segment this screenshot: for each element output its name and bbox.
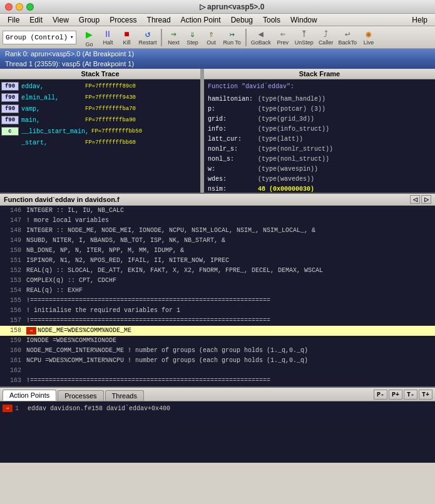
table-row: f90 eddav, FP=7fffffff89c0: [0, 81, 200, 92]
code-line-149: 149 NSUBD, NITER, I, NBANDS, NB_TOT, ISP…: [0, 236, 435, 246]
table-row: f90 elmin_all, FP=7fffffff9430: [0, 92, 200, 103]
code-line-155: 155 !===================================…: [0, 296, 435, 306]
tab-threads[interactable]: Threads: [105, 390, 144, 401]
menu-process[interactable]: Process: [105, 15, 141, 25]
code-line-158-current: 158 ⇒ NODE_ME=WDES%COMM%NODE_ME: [0, 326, 435, 336]
goback-icon: ◀: [258, 29, 264, 39]
out-icon: ⇑: [208, 29, 213, 39]
language-badge: f90: [1, 116, 19, 124]
code-line-148: 148 INTEGER :: NODE_ME, NODE_MEI, IONODE…: [0, 226, 435, 236]
toolbar: Group (Control) ▾ ▶ Go ⏸ Halt ■ Kill ↺ R…: [0, 26, 435, 49]
tab-action-points[interactable]: Action Points: [3, 390, 56, 401]
language-badge: [1, 138, 19, 147]
function-name: main,: [20, 117, 83, 124]
stack-frame-panel: Stack Frame Function "david`eddav": hami…: [204, 69, 435, 193]
frame-pointer: FP=7fffffff9430: [83, 94, 136, 101]
menu-window[interactable]: Window: [285, 15, 322, 25]
go-icon: ▶: [86, 28, 93, 41]
backto-button[interactable]: ↩ BackTo: [336, 28, 359, 46]
menu-file[interactable]: File: [3, 15, 24, 25]
chevron-down-icon: ▾: [70, 34, 73, 41]
menu-view[interactable]: View: [48, 15, 74, 25]
live-button[interactable]: ◉ Live: [360, 28, 377, 46]
table-row: c __libc_start_main, FP=7fffffffbb50: [0, 126, 200, 137]
kill-button[interactable]: ■ Kill: [118, 29, 135, 46]
list-item: ⇒ 1 eddav davidson.f#158 david`eddav+0x4…: [3, 403, 432, 414]
code-content[interactable]: 146 INTEGER :: IL, IU, NB_CALC 147 ! mor…: [0, 206, 435, 386]
sf-row-wdes: wdes: (type(wavedes)): [208, 174, 431, 184]
language-badge: f90: [1, 93, 19, 102]
minimize-button[interactable]: [16, 3, 23, 11]
frame-pointer: FP=7fffffffba90: [83, 117, 136, 123]
action-points-content[interactable]: ⇒ 1 eddav davidson.f#158 david`eddav+0x4…: [0, 401, 435, 463]
unstep-icon: ⤒: [300, 29, 308, 39]
stack-trace-content[interactable]: f90 eddav, FP=7fffffff89c0 f90 elmin_all…: [0, 79, 200, 193]
restart-icon: ↺: [145, 29, 150, 39]
run-to-button[interactable]: ↣ Run To: [221, 28, 242, 46]
scroll-left-button[interactable]: ◁: [410, 195, 420, 204]
go-button[interactable]: ▶ Go: [80, 27, 98, 48]
code-line-162: 162: [0, 366, 435, 376]
code-line-150: 150 NB_DONE, NP, N, ITER, NPP, M, MM, ID…: [0, 246, 435, 256]
group-select[interactable]: Group (Control) ▾: [3, 31, 76, 44]
menu-action-point[interactable]: Action Point: [176, 15, 226, 25]
t-plus-button[interactable]: T+: [419, 390, 432, 400]
bottom-area: Action Points Processes Threads P- P+ T-…: [0, 388, 435, 463]
sf-row-nonlr-s: nonlr_s: (type(nonlr_struct)): [208, 144, 431, 154]
code-header: Function david`eddav in davidson.f ◁ ▷: [0, 194, 435, 206]
function-title: Function "david`eddav":: [208, 82, 431, 92]
stack-frame-content[interactable]: Function "david`eddav": hamiltonian: (ty…: [204, 79, 435, 193]
language-badge: c: [1, 127, 19, 136]
caller-icon: ⤴: [324, 29, 328, 39]
sf-row-w: w: (type(wavespin)): [208, 164, 431, 174]
code-line-147: 147 ! more local variables: [0, 216, 435, 226]
halt-icon: ⏸: [103, 29, 112, 39]
unstep-button[interactable]: ⤒ UnStep: [293, 28, 315, 46]
step-button[interactable]: ⇓ Step: [183, 28, 201, 46]
frame-pointer: FP=7fffffff89c0: [83, 83, 136, 89]
halt-button[interactable]: ⏸ Halt: [99, 29, 116, 46]
window-title: ▷ aprun<vasp5>.0: [34, 3, 430, 11]
sf-row-hamiltonian: hamiltonian: (type(ham_handle)): [208, 94, 431, 104]
code-line-153: 153 COMPLEX(q) :: CPT, CDCHF: [0, 276, 435, 286]
panels-area: Stack Trace f90 eddav, FP=7fffffff89c0 f…: [0, 69, 435, 194]
close-button[interactable]: [5, 3, 13, 11]
code-line-156: 156 ! initialise the required variables …: [0, 306, 435, 316]
function-name: eddav,: [20, 83, 83, 90]
sf-row-nsim: nsim: 48 (0x00000030): [208, 184, 431, 193]
step-icon: ⇓: [190, 29, 195, 39]
restart-button[interactable]: ↺ Restart: [136, 28, 158, 46]
next-icon: ⇒: [171, 29, 176, 39]
tab-bar: Action Points Processes Threads P- P+ T-…: [0, 388, 435, 401]
kill-icon: ■: [124, 29, 129, 39]
goback-button[interactable]: ◀ GoBack: [249, 28, 273, 46]
code-line-157: 157 !===================================…: [0, 316, 435, 326]
function-name: vamp,: [20, 106, 83, 113]
table-row: _start, FP=7fffffffbb60: [0, 137, 200, 148]
sf-row-nonl-s: nonl_s: (type(nonl_struct)): [208, 154, 431, 164]
code-line-152: 152 REAL(q) :: SLOCAL, DE_ATT, EKIN, FAK…: [0, 266, 435, 276]
next-button[interactable]: ⇒ Next: [165, 28, 182, 46]
p-minus-button[interactable]: P-: [374, 390, 387, 400]
code-line-151: 151 ISPINOR, N1, N2, NPOS_RED, IFAIL, II…: [0, 256, 435, 266]
code-scroll-buttons: ◁ ▷: [410, 195, 431, 204]
menu-edit[interactable]: Edit: [24, 15, 48, 25]
thread-status-bar: Thread 1 (23559): vasp5 (At Breakpoint 1…: [0, 59, 435, 69]
t-minus-button[interactable]: T-: [404, 390, 417, 400]
p-plus-button[interactable]: P+: [389, 390, 402, 400]
menu-thread[interactable]: Thread: [142, 15, 176, 25]
maximize-button[interactable]: [26, 3, 34, 11]
menu-help[interactable]: Help: [407, 15, 432, 25]
caller-button[interactable]: ⤴ Caller: [317, 29, 335, 46]
out-button[interactable]: ⇑ Out: [202, 28, 220, 46]
backto-icon: ↩: [345, 29, 350, 39]
menu-bar: File Edit View Group Process Thread Acti…: [0, 14, 435, 26]
code-area: Function david`eddav in davidson.f ◁ ▷ 1…: [0, 194, 435, 388]
prev-button[interactable]: ⇐ Prev: [274, 28, 292, 46]
scroll-right-button[interactable]: ▷: [421, 195, 431, 204]
menu-group[interactable]: Group: [74, 15, 105, 25]
tab-processes[interactable]: Processes: [58, 390, 103, 401]
menu-debug[interactable]: Debug: [226, 15, 258, 25]
menu-tools[interactable]: Tools: [258, 15, 285, 25]
traffic-lights: [5, 3, 34, 11]
